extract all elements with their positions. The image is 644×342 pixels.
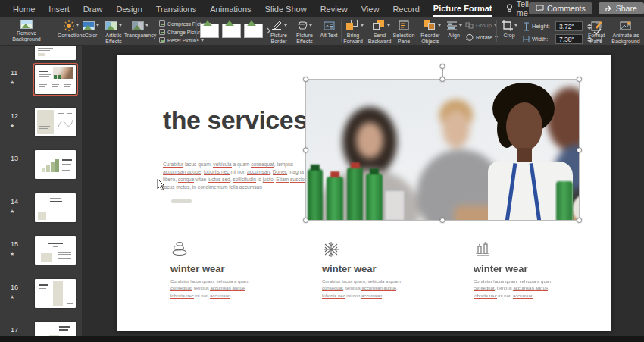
tab-review[interactable]: Review [320,2,348,16]
width-input[interactable]: 7.38" [555,34,583,44]
comments-button[interactable]: Comments [529,2,592,14]
slide-title[interactable]: the services [163,105,308,135]
crop-button[interactable]: Crop [499,20,520,39]
thumbnail-slide-14[interactable] [35,193,76,222]
chevron-down-icon [145,24,148,27]
resize-handle-ne[interactable] [577,77,582,82]
resize-handle-n[interactable] [440,77,445,82]
rotate-button[interactable]: Rotate [465,33,498,41]
compress-pictures-icon [159,20,165,27]
share-button[interactable]: Share [599,2,644,14]
alt-text-label: Alt Text [320,33,338,39]
crop-icon [502,20,513,31]
tab-draw[interactable]: Draw [83,2,103,16]
mouse-cursor [157,178,165,190]
thumbnail-slide-12[interactable] [35,108,76,136]
service-column-1[interactable]: winter wear Curabitur lacus quam, vehicu… [170,240,260,300]
slide-11-editing-surface[interactable]: the services Curabitur lacus quam, vehic… [117,55,611,331]
share-label: Share [616,4,637,13]
align-button[interactable]: Align [443,20,464,39]
thumbnail-slide-17[interactable] [35,322,76,336]
reset-picture-button[interactable]: Reset Picture [159,37,211,43]
slide-canvas[interactable]: the services Curabitur lacus quam, vehic… [82,46,644,336]
format-pane-icon [591,20,602,31]
column-heading: winter wear [474,263,563,275]
selected-picture[interactable] [305,79,580,221]
thumbnail-slide-13[interactable] [35,150,76,179]
resize-handle-e[interactable] [577,147,582,152]
picture-styles-gallery [200,24,263,38]
rotate-icon [465,33,474,41]
thumbnail-slide-16[interactable] [35,279,76,308]
remove-background-button[interactable]: Remove Background [5,20,48,43]
tab-slide-show[interactable]: Slide Show [265,2,307,16]
resize-handle-sw[interactable] [303,218,308,223]
animation-star-icon: ★ [10,294,14,300]
rotate-handle[interactable] [440,64,445,69]
format-pane-button[interactable]: Format Pane [583,20,609,45]
tab-record[interactable]: Record [392,2,419,16]
picture-border-label: Picture Border [267,33,291,45]
tell-me-button[interactable]: Tell me [506,0,529,17]
tab-transitions[interactable]: Transitions [156,2,196,16]
slide-body-paragraph[interactable]: Curabitur lacus quam, vehicula a quam co… [163,161,311,191]
width-field-row: Width: 7.38" [523,34,592,44]
chevron-down-icon [76,24,79,27]
service-column-2[interactable]: winter wear Curabitur lacus quam, vehicu… [322,240,411,300]
alt-text-button[interactable]: Alt Text [319,20,339,39]
transparency-button[interactable]: Transparency [123,20,158,39]
thumbnail-slide-15[interactable] [35,236,76,265]
chevron-down-icon [361,24,364,27]
crop-label: Crop [503,33,514,39]
tab-animations[interactable]: Animations [210,2,251,16]
picture-effects-button[interactable]: Picture Effects [292,20,317,45]
tab-picture-format[interactable]: Picture Format [433,1,492,17]
artistic-effects-icon [105,21,117,30]
width-icon [523,35,530,44]
bring-forward-button[interactable]: Bring Forward [339,20,367,45]
slide-number: 15 [11,240,18,248]
animate-as-background-button[interactable]: Animate as Background [609,20,642,45]
resize-handle-se[interactable] [577,218,582,223]
color-picture-icon [83,21,95,30]
resize-handle-nw[interactable] [303,77,308,82]
ribbon-picture-format: Remove Background Corrections Color Arti… [0,17,644,45]
selection-pane-button[interactable]: Selection Pane [390,20,417,45]
speech-bubble-icon [536,5,544,12]
height-label: Height: [532,23,553,30]
tab-insert[interactable]: Insert [48,2,70,16]
column-heading: winter wear [170,263,260,275]
effects-cube-icon [297,20,308,30]
tab-view[interactable]: View [361,2,380,16]
selection-pane-label: Selection Pane [390,33,417,45]
tab-home[interactable]: Home [13,2,35,16]
placeholder-pill [171,199,192,203]
picture-border-button[interactable]: Picture Border [267,20,291,45]
front-square-orange [346,23,353,30]
reorder-objects-button[interactable]: Reorder Objects [417,20,444,45]
resize-handle-w[interactable] [303,147,308,152]
workspace: 11 ★ 12 ★ 1 [0,46,644,336]
picture-style-3[interactable] [244,24,263,38]
resize-handle-s[interactable] [440,218,445,223]
overlap-square [428,23,435,30]
thumbnail-slide-11[interactable] [35,65,76,94]
picture-style-2[interactable] [222,24,241,38]
column-body: Curabitur lacus quam, vehicula a quam co… [474,278,557,300]
lightbulb-icon [506,4,513,13]
height-input[interactable]: 3.72" [555,21,583,31]
slide-number: 14 [11,198,18,206]
picture-style-1[interactable] [200,24,219,38]
chevron-down-icon [309,24,312,27]
change-picture-icon [159,29,165,35]
stones-icon [170,240,189,259]
slide-thumbnail-panel[interactable]: 11 ★ 12 ★ 1 [0,46,82,336]
color-label: Color [85,33,98,39]
tab-design[interactable]: Design [117,2,142,16]
service-column-3[interactable]: winter wear Curabitur lacus quam, vehicu… [474,240,563,300]
change-picture-label: Change Picture [167,30,203,35]
animation-star-icon: ★ [10,209,14,215]
color-button[interactable]: Color [80,20,102,39]
picture-effects-label: Picture Effects [292,33,317,45]
thumbnail-slide-10-partial[interactable] [35,46,76,60]
